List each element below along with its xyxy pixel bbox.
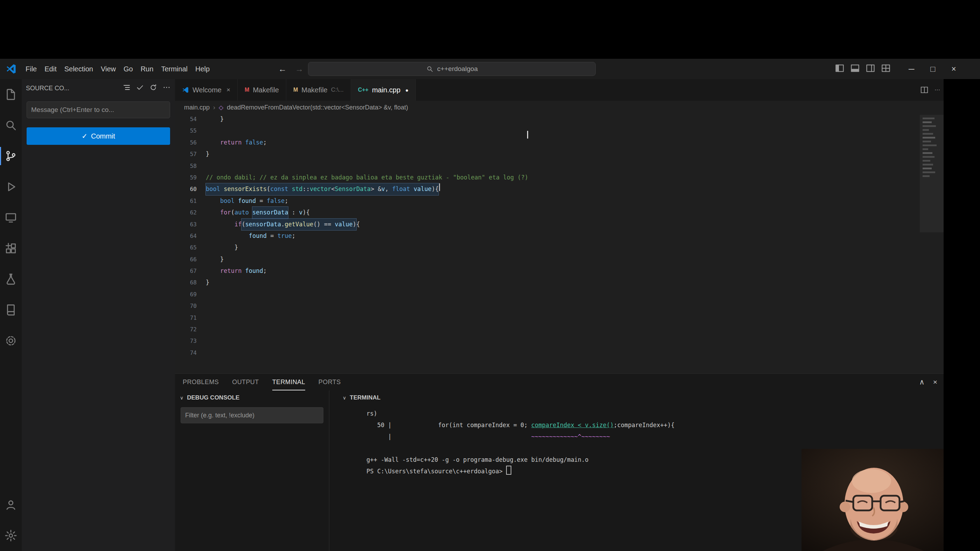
refresh-icon	[149, 83, 158, 92]
tab-makefile[interactable]: MMakefile	[238, 79, 286, 101]
menu-run[interactable]: Run	[137, 65, 158, 73]
commit-message-input[interactable]: Message (Ctrl+Enter to co...	[27, 102, 170, 118]
menu-edit[interactable]: Edit	[41, 65, 60, 73]
activity-extensions[interactable]	[0, 233, 22, 264]
activity-remote-explorer[interactable]	[0, 202, 22, 233]
activity-settings[interactable]	[0, 520, 22, 551]
panel-tab-terminal[interactable]: TERMINAL	[272, 374, 305, 391]
chevron-down-icon: ∨	[180, 395, 183, 400]
activity-account[interactable]	[0, 489, 22, 520]
panel-tab-bar: PROBLEMSOUTPUTTERMINALPORTS	[175, 374, 943, 391]
split-editor-icon[interactable]	[920, 85, 929, 94]
menu-terminal[interactable]: Terminal	[157, 65, 191, 73]
terminal-header[interactable]: ∨ TERMINAL	[329, 391, 943, 405]
activity-bar-bottom	[0, 489, 22, 551]
commit-button[interactable]: ✓ Commit	[27, 127, 170, 145]
line-number: 71	[175, 312, 206, 324]
search-icon	[4, 119, 18, 132]
line-number: 70	[175, 300, 206, 312]
breadcrumb-separator-icon: ›	[213, 104, 215, 111]
tab-welcome[interactable]: Welcome×	[175, 79, 238, 101]
tab-makefile[interactable]: MMakefileC:\...	[286, 79, 351, 101]
line-number: 54	[175, 113, 206, 125]
code-editor[interactable]: 54 }5556 return false;57}5859// ondo dab…	[175, 113, 921, 372]
terminal-line: rs)	[366, 408, 943, 419]
explorer-icon	[4, 88, 18, 101]
line-number: 74	[175, 347, 206, 359]
panel-tab-ports[interactable]: PORTS	[318, 374, 341, 391]
close-tab-icon[interactable]: ×	[226, 86, 230, 94]
editor-group-actions: ···	[920, 79, 940, 101]
webcam-overlay	[802, 449, 943, 551]
minimap-line	[923, 118, 934, 119]
line-number: 72	[175, 324, 206, 335]
minimap-line	[923, 133, 933, 135]
menu-selection[interactable]: Selection	[60, 65, 97, 73]
tab-label: Makefile	[253, 86, 278, 94]
toggle-sidebar-icon	[834, 63, 845, 73]
minimap-line	[923, 168, 932, 169]
customize-layout-icon	[881, 63, 891, 73]
menu-help[interactable]: Help	[191, 65, 213, 73]
code-line: 65 }	[175, 242, 921, 253]
activity-run-and-debug[interactable]	[0, 171, 22, 202]
breadcrumb-item[interactable]: deadRemoveFromDataVector(std::vector<Sen…	[227, 104, 408, 111]
breadcrumb-item[interactable]: main.cpp	[184, 104, 210, 111]
activity-search[interactable]	[0, 110, 22, 141]
terminal-line: 50 | for(int compareIndex = 0; compareIn…	[366, 419, 943, 431]
menu-view[interactable]: View	[97, 65, 120, 73]
minimap-line	[923, 121, 932, 123]
debug-console-header[interactable]: ∨ DEBUG CONSOLE	[175, 391, 329, 405]
code-line: 58	[175, 160, 921, 172]
activity-source-control[interactable]	[0, 141, 22, 171]
nav-back-icon[interactable]: ←	[278, 59, 286, 79]
more-actions-icon[interactable]: ···	[934, 87, 940, 93]
close-panel-icon[interactable]: ×	[933, 378, 937, 386]
menu-go[interactable]: Go	[120, 65, 137, 73]
panel-tab-output[interactable]: OUTPUT	[232, 374, 259, 391]
nav-forward-icon[interactable]: →	[295, 59, 304, 79]
minimap-line	[923, 137, 935, 138]
command-center-search[interactable]: c++erdoalgoa	[308, 62, 596, 76]
code-line: 74	[175, 347, 921, 359]
minimize-button[interactable]: ─	[908, 64, 914, 74]
panel-tab-problems[interactable]: PROBLEMS	[183, 374, 219, 391]
file-type-icon: M	[245, 87, 249, 93]
modified-dot-icon: ●	[405, 87, 409, 93]
sidebar-actions	[123, 83, 171, 94]
list-tree-icon	[123, 83, 131, 92]
close-button[interactable]: ×	[951, 64, 956, 74]
toggle-secondary-sidebar-icon	[865, 63, 876, 73]
source-control-sidebar: SOURCE CO... Message (Ctrl+Enter to co..…	[22, 79, 175, 551]
minimap-line	[923, 129, 929, 131]
search-text: c++erdoalgoa	[437, 65, 478, 73]
terminal-title: TERMINAL	[350, 394, 380, 401]
maximize-button[interactable]: □	[930, 64, 935, 74]
commit-input-placeholder: Message (Ctrl+Enter to co...	[31, 106, 114, 114]
check-icon	[136, 83, 144, 92]
minimap[interactable]	[923, 118, 942, 179]
activity-explorer[interactable]	[0, 79, 22, 110]
activity-docs[interactable]	[0, 295, 22, 326]
vscode-file-icon	[182, 86, 189, 94]
window-controls: ─ □ ×	[908, 59, 956, 79]
presenter-face	[802, 449, 943, 551]
line-number: 65	[175, 242, 206, 253]
code-line: 71	[175, 312, 921, 324]
editor-cursor	[439, 183, 440, 191]
maximize-panel-icon[interactable]: ∧	[919, 378, 924, 386]
minimap-line	[923, 141, 931, 142]
debug-console-title: DEBUG CONSOLE	[187, 394, 239, 401]
menu-file[interactable]: File	[22, 65, 41, 73]
line-number: 57	[175, 148, 206, 160]
line-number: 64	[175, 230, 206, 242]
code-line: 61 bool found = false;	[175, 195, 921, 207]
minimap-line	[923, 125, 936, 127]
activity-tools[interactable]	[0, 326, 22, 356]
activity-testing[interactable]	[0, 264, 22, 295]
tab-main-cpp[interactable]: C++main.cpp●	[351, 79, 416, 101]
line-number: 66	[175, 254, 206, 265]
debug-console-filter-input[interactable]: Filter (e.g. text, !exclude)	[181, 407, 323, 423]
filter-placeholder: Filter (e.g. text, !exclude)	[185, 412, 255, 419]
code-line: 57}	[175, 148, 921, 160]
